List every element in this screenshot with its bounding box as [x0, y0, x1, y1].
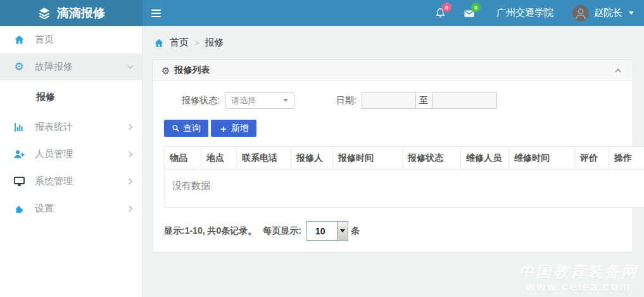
- sidebar-item-fault-repair[interactable]: ⚙ 故障报修: [0, 53, 142, 80]
- school-name: 广州交通学院: [484, 7, 566, 19]
- chevron-right-icon: [127, 179, 133, 185]
- plus-icon: ＋: [218, 123, 228, 133]
- watermark-url: www.ceiea.com: [519, 280, 638, 294]
- sidebar-item-report-statistics[interactable]: 报表统计: [0, 113, 142, 141]
- pagination: 显示:1-10, 共0条记录。 每页显示: 10 条: [164, 221, 621, 242]
- per-page-unit: 条: [351, 225, 360, 237]
- column-header-maintainer: 维修人员: [461, 147, 509, 170]
- content-area: 首页 > 报修 ⚙ 报修列表 报修状态: 请选择: [142, 26, 644, 297]
- chevron-right-icon: [127, 206, 133, 212]
- table-header-row: 物品 地点 联系电话 报修人 报修时间 报修状态 维修人员 维修时间 评价: [165, 147, 644, 170]
- column-header-phone: 联系电话: [237, 147, 291, 170]
- search-button-label: 查询: [183, 123, 201, 134]
- watermark-title: 中国教育装备网: [519, 262, 638, 282]
- sidebar-item-label: 设置: [35, 203, 54, 215]
- app-window: 滴滴报修 0: [0, 0, 644, 297]
- app-logo[interactable]: 滴滴报修: [0, 0, 142, 26]
- chevron-right-icon: [127, 124, 133, 130]
- sidebar: 首页 ⚙ 故障报修 报修 报表统计: [0, 26, 142, 297]
- date-separator-label: 至: [415, 92, 432, 109]
- panel-title: 报修列表: [174, 65, 210, 76]
- panel-header: ⚙ 报修列表: [153, 60, 633, 81]
- watermark: 中国教育装备网 www.ceiea.com: [519, 262, 638, 294]
- breadcrumb-current: 报修: [205, 37, 224, 49]
- avatar: [572, 5, 589, 22]
- sidebar-toggle-button[interactable]: [142, 0, 169, 26]
- chevron-down-icon: [629, 11, 634, 15]
- date-filter-label: 日期:: [336, 95, 357, 106]
- sidebar-item-personnel[interactable]: 人员管理: [0, 141, 142, 168]
- pagination-summary: 显示:1-10, 共0条记录。: [164, 225, 256, 237]
- column-header-actions: 操作: [609, 147, 644, 170]
- sidebar-item-settings[interactable]: 设置: [0, 195, 142, 222]
- status-filter-label: 报修状态:: [182, 95, 220, 106]
- no-data-message: 没有数据: [165, 170, 644, 208]
- breadcrumb-separator: >: [194, 38, 199, 47]
- caret-down-icon: [340, 229, 345, 232]
- notifications-button[interactable]: 0: [426, 0, 455, 26]
- sidebar-item-label: 故障报修: [35, 61, 73, 73]
- add-button-label: 新增: [231, 123, 249, 134]
- column-header-report-time: 报修时间: [333, 147, 403, 170]
- date-from-input[interactable]: [362, 92, 416, 109]
- user-name: 赵院长: [594, 7, 622, 19]
- column-header-rating: 评价: [575, 147, 609, 170]
- select-dropdown-button[interactable]: [337, 222, 348, 240]
- user-menu-button[interactable]: 赵院长: [566, 0, 644, 26]
- puzzle-icon: [11, 203, 27, 215]
- add-button[interactable]: ＋ 新增: [211, 120, 256, 137]
- monitor-icon: [11, 175, 27, 187]
- navbar: 0 0 广州交通学院: [142, 0, 644, 26]
- sidebar-item-home[interactable]: 首页: [0, 26, 142, 53]
- home-icon: [11, 34, 27, 45]
- date-range-group: 至: [362, 92, 497, 109]
- breadcrumb: 首页 > 报修: [154, 37, 633, 49]
- sidebar-item-label: 报表统计: [35, 121, 73, 133]
- sidebar-item-label: 系统管理: [35, 175, 73, 187]
- per-page-select[interactable]: 10: [306, 221, 348, 241]
- top-header: 滴滴报修 0: [0, 0, 644, 26]
- repair-status-select[interactable]: 请选择: [225, 92, 294, 109]
- user-plus-icon: [11, 148, 27, 160]
- sidebar-item-label: 人员管理: [35, 148, 73, 160]
- action-buttons: 查询 ＋ 新增: [164, 120, 621, 137]
- bar-chart-icon: [11, 122, 27, 133]
- sidebar-item-system[interactable]: 系统管理: [0, 168, 142, 195]
- breadcrumb-home[interactable]: 首页: [170, 37, 189, 49]
- sidebar-item-label: 首页: [35, 34, 54, 46]
- messages-button[interactable]: 0: [455, 0, 484, 26]
- mail-badge: 0: [471, 3, 481, 12]
- gears-icon: ⚙: [11, 61, 27, 72]
- bell-badge: 0: [442, 3, 451, 12]
- column-header-maintain-time: 维修时间: [509, 147, 575, 170]
- column-header-item: 物品: [165, 147, 201, 170]
- home-icon: [154, 38, 164, 48]
- status-select-value: 请选择: [231, 95, 256, 106]
- search-button[interactable]: 查询: [164, 120, 208, 137]
- column-header-reporter: 报修人: [291, 147, 333, 170]
- chevron-right-icon: [127, 151, 133, 158]
- gear-icon: ⚙: [161, 66, 170, 75]
- repair-table: 物品 地点 联系电话 报修人 报修时间 报修状态 维修人员 维修时间 评价: [164, 146, 621, 208]
- sidebar-subitem-repair[interactable]: 报修: [0, 80, 142, 113]
- layers-icon: [37, 6, 51, 20]
- date-to-input[interactable]: [432, 92, 497, 109]
- chevron-up-icon: [615, 68, 621, 74]
- per-page-value: 10: [307, 226, 325, 236]
- select-caret-icon: [283, 99, 288, 102]
- per-page-label: 每页显示:: [263, 225, 301, 237]
- chevron-down-icon: [127, 63, 134, 69]
- repair-list-panel: ⚙ 报修列表 报修状态: 请选择 日期: 至: [152, 60, 633, 253]
- search-icon: [172, 124, 180, 132]
- empty-row: 没有数据: [165, 170, 644, 208]
- app-title: 滴滴报修: [57, 5, 105, 22]
- sidebar-subitem-label: 报修: [36, 91, 55, 103]
- filter-row: 报修状态: 请选择 日期: 至: [164, 92, 621, 109]
- column-header-status: 报修状态: [403, 147, 461, 170]
- column-header-location: 地点: [201, 147, 237, 170]
- panel-collapse-button[interactable]: [614, 66, 624, 75]
